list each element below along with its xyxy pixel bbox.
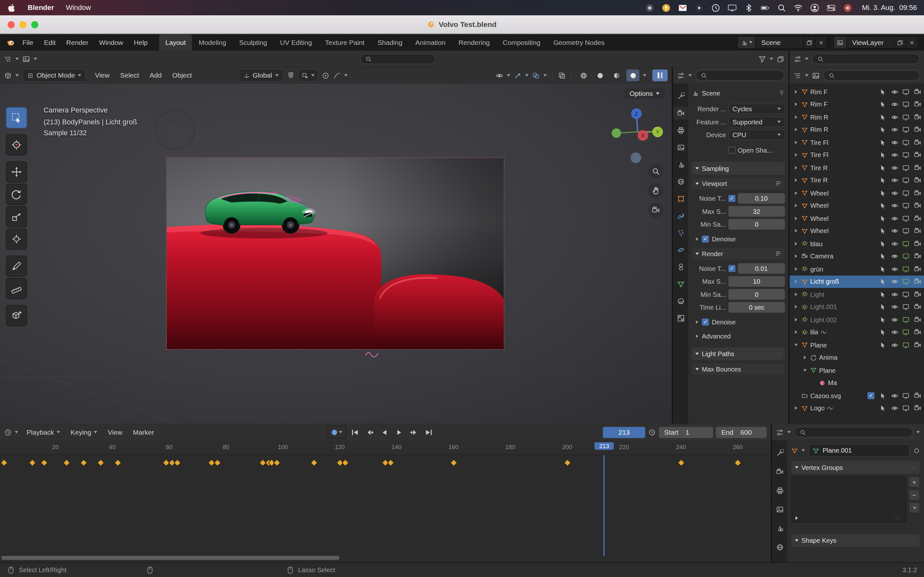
outliner-row[interactable]: Plane [790,364,924,376]
wifi-icon[interactable] [793,3,803,12]
xray-toggle-icon[interactable] [558,71,565,79]
properties-tab-texture[interactable] [674,311,688,324]
keyframe[interactable] [387,459,395,466]
blender-logo-icon[interactable] [6,38,15,47]
pointer-icon[interactable] [879,101,887,108]
workspace-tab-geometry-nodes[interactable]: Geometry Nodes [547,34,611,51]
workspace-tab-texture-paint[interactable]: Texture Paint [318,34,371,51]
zoom-window-button[interactable] [31,21,38,28]
expand-arrow[interactable] [801,356,808,359]
tool-add-cube[interactable] [6,305,27,326]
monitor-icon[interactable] [902,240,909,247]
shading-wireframe-button[interactable] [577,69,590,81]
timeline-menu-view[interactable]: View [102,424,128,440]
new-scene-button[interactable] [803,37,815,48]
data-properties-tab-view-layer[interactable] [772,503,787,516]
number-field[interactable]: 0.10 [738,193,785,203]
pointer-icon[interactable] [879,214,887,222]
monitor-icon[interactable] [902,329,909,336]
pointer-icon[interactable] [879,316,887,323]
number-field[interactable]: 32 [728,206,785,217]
menubar-clock[interactable]: Mi. 3. Aug. 09:56 [862,3,917,12]
bluetooth-icon[interactable] [744,3,753,12]
preset-icon[interactable] [775,180,781,186]
gmail-icon[interactable] [678,3,687,12]
expand-arrow[interactable] [792,242,799,245]
keyframe[interactable] [564,459,571,466]
jump-to-end-button[interactable] [423,426,435,438]
camera-icon[interactable] [914,341,921,348]
outliner-row[interactable]: Ma [790,377,924,389]
properties-tab-view-layer[interactable] [674,141,688,153]
number-field[interactable]: 0 sec [728,302,785,313]
pin-app-icon[interactable] [662,3,670,12]
filter-expander[interactable] [796,516,798,520]
shading-solid-button[interactable] [594,69,606,81]
render-denoise-row[interactable]: ✓ Denoise [692,316,785,328]
editor-type-icon[interactable] [4,71,12,79]
eye-icon[interactable] [891,405,898,412]
outliner-row[interactable]: Anima [790,351,924,364]
camera-icon[interactable] [914,113,921,121]
pointer-icon[interactable] [879,227,887,235]
close-window-button[interactable] [8,21,15,28]
light-gizmo[interactable] [155,110,195,150]
properties-tab-tool[interactable] [674,89,688,102]
eye-icon[interactable] [891,316,898,323]
expand-arrow[interactable] [792,280,799,283]
keyframe[interactable] [342,459,349,466]
tool-measure[interactable] [6,278,27,299]
camera-icon[interactable] [914,164,921,171]
monitor-icon[interactable] [902,405,909,412]
keyframe[interactable] [734,459,741,466]
user-icon[interactable] [810,3,819,12]
pointer-icon[interactable] [879,151,887,159]
keyframe[interactable] [63,459,70,466]
keyframe[interactable] [214,459,221,466]
camera-view-button[interactable] [648,203,664,218]
eye-icon[interactable] [891,113,898,121]
monitor-icon[interactable] [902,177,909,184]
checkbox[interactable]: ✓ [728,195,735,202]
viewport-menu-object[interactable]: Object [167,67,197,83]
outliner-row[interactable]: lila [790,326,924,338]
camera-icon[interactable] [914,303,921,311]
outliner-row[interactable]: Tire Fl [790,149,924,161]
outliner-row[interactable]: Camera [790,250,924,263]
outliner-row[interactable]: Rim F [790,85,924,98]
control-center-icon[interactable] [827,3,835,12]
pointer-icon[interactable] [879,189,887,197]
outliner-row[interactable]: Wheel [790,187,924,199]
outliner-row[interactable]: Logo [790,402,924,414]
workspace-tab-compositing[interactable]: Compositing [496,34,547,51]
pointer-icon[interactable] [879,240,887,247]
outliner-row[interactable]: Rim R [790,123,924,136]
viewport-menu-select[interactable]: Select [115,67,144,83]
outliner-row[interactable]: Wheel [790,199,924,212]
spotlight-icon[interactable] [777,3,786,12]
timeline-ruler[interactable]: 20406080100120140160180200220240260213 [0,440,771,455]
monitor-icon[interactable] [902,151,909,159]
pointer-icon[interactable] [879,405,887,412]
expand-arrow[interactable] [792,306,799,308]
monitor-icon[interactable] [902,316,909,323]
expand-arrow[interactable] [792,407,799,409]
expand-arrow[interactable] [792,318,799,321]
editor-type-icon[interactable] [4,428,12,436]
visibility-dropdown-icon[interactable] [496,71,503,79]
tool-move[interactable] [6,161,27,182]
display-mode-icon[interactable] [812,71,820,79]
camera-icon[interactable] [914,189,921,197]
tool-transform[interactable] [6,229,27,250]
properties-tab-object-data[interactable] [674,277,688,290]
history-icon[interactable] [711,3,720,12]
play-circle-icon[interactable] [695,3,704,12]
eye-icon[interactable] [891,126,898,133]
pin-icon[interactable] [779,89,785,95]
monitor-icon[interactable] [902,113,909,121]
outliner-row[interactable]: Wheel [790,225,924,237]
camera-icon[interactable] [914,278,921,285]
collection-checkbox[interactable]: ✓ [867,392,875,399]
monitor-icon[interactable] [902,253,909,260]
timeline-scrollbar[interactable] [1,556,339,560]
